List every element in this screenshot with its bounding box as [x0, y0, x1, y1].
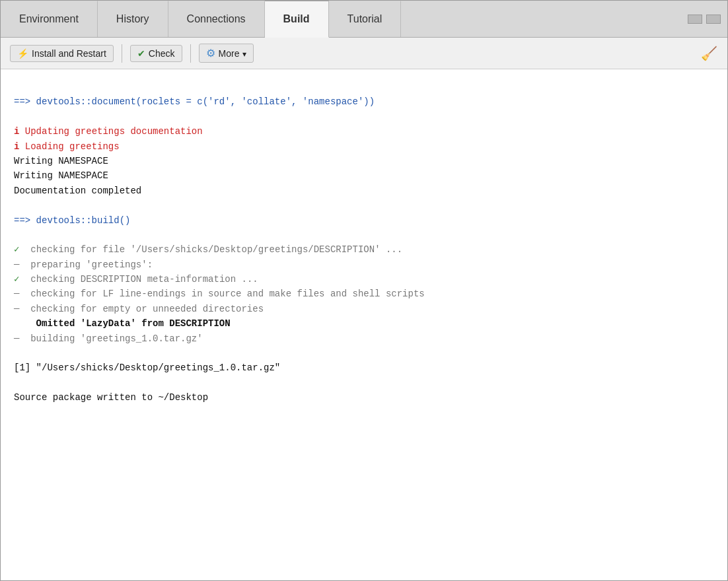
broom-icon: 🧹: [701, 46, 717, 61]
console-output: ==> devtools::document(roclets = c('rd',…: [1, 69, 727, 580]
console-line: ✓ checking DESCRIPTION meta-information …: [14, 272, 714, 287]
install-restart-button[interactable]: Install and Restart: [10, 45, 114, 62]
toolbar: Install and Restart Check More 🧹: [1, 38, 727, 69]
tab-environment[interactable]: Environment: [1, 1, 98, 37]
window-controls: [681, 1, 727, 37]
tab-spacer: [401, 1, 681, 37]
tab-connections[interactable]: Connections: [168, 1, 265, 37]
console-line: ─ checking for empty or unneeded directo…: [14, 302, 714, 316]
console-line: ─ building 'greetings_1.0.tar.gz': [14, 331, 714, 346]
more-label: More: [219, 48, 240, 59]
console-line: [14, 110, 714, 124]
console-line: ─ checking for LF line-endings in source…: [14, 287, 714, 301]
console-line: i Loading greetings: [14, 139, 714, 154]
console-line: [1] "/Users/shicks/Desktop/greetings_1.0…: [14, 360, 714, 375]
tab-tutorial[interactable]: Tutorial: [329, 1, 402, 37]
console-line: [14, 228, 714, 242]
install-icon: [17, 48, 28, 59]
more-button[interactable]: More: [199, 44, 254, 63]
console-line: [14, 376, 714, 390]
console-line: [14, 80, 714, 94]
console-line: Omitted 'LazyData' from DESCRIPTION: [14, 316, 714, 331]
maximize-button[interactable]: [706, 15, 721, 24]
check-button[interactable]: Check: [130, 45, 182, 62]
console-line: ✓ checking for file '/Users/shicks/Deskt…: [14, 242, 714, 257]
console-line: i Updating greetings documentation: [14, 124, 714, 139]
console-line: Writing NAMESPACE: [14, 154, 714, 168]
console-line: Documentation completed: [14, 184, 714, 198]
main-window: Environment History Connections Build Tu…: [0, 0, 728, 581]
console-line: ==> devtools::document(roclets = c('rd',…: [14, 94, 714, 109]
console-line: Writing NAMESPACE: [14, 168, 714, 183]
console-line: Source package written to ~/Desktop: [14, 390, 714, 405]
dropdown-icon: [242, 48, 246, 59]
tab-bar: Environment History Connections Build Tu…: [1, 1, 727, 38]
install-restart-label: Install and Restart: [32, 48, 106, 59]
console-line: ==> devtools::build(): [14, 213, 714, 228]
console-line: [14, 346, 714, 360]
toolbar-separator-2: [190, 44, 191, 63]
gear-icon: [206, 47, 215, 59]
check-icon: [137, 48, 145, 59]
tab-build[interactable]: Build: [265, 1, 329, 38]
console-line: ─ preparing 'greetings':: [14, 257, 714, 272]
clear-console-button[interactable]: 🧹: [700, 44, 718, 63]
toolbar-separator-1: [122, 44, 122, 63]
console-line: [14, 405, 714, 420]
check-label: Check: [149, 48, 175, 59]
minimize-button[interactable]: [688, 15, 702, 24]
tab-history[interactable]: History: [98, 1, 168, 37]
console-line: [14, 198, 714, 213]
